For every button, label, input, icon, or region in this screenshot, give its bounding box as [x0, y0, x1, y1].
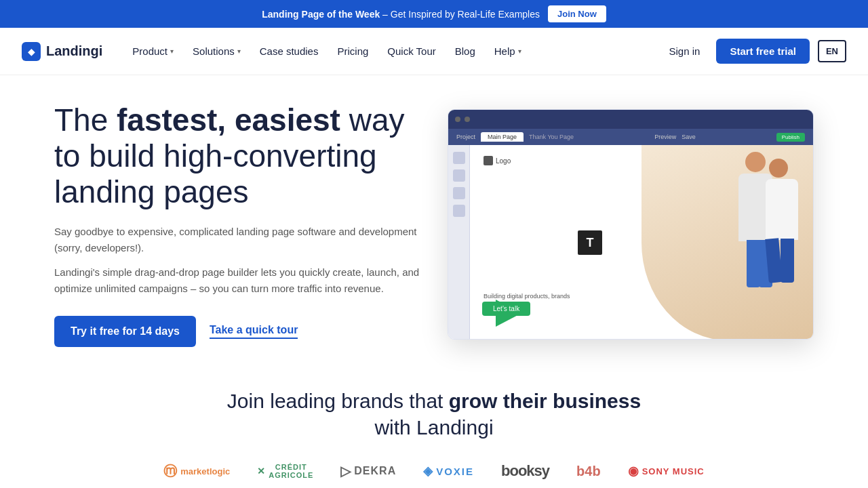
mockup-save-label: Save	[682, 134, 696, 140]
quick-tour-link[interactable]: Take a quick tour	[210, 324, 298, 339]
mockup-main-page-tab: Main Page	[481, 132, 524, 142]
banner-text: Landing Page of the Week – Get Inspired …	[262, 9, 540, 20]
brand-label: booksy	[501, 462, 549, 480]
start-trial-button[interactable]: Start free trial	[716, 39, 810, 64]
brand-label: SONY MUSIC	[642, 466, 705, 476]
nav-link-case-studies[interactable]: Case studies	[252, 40, 327, 62]
mockup-person1	[718, 152, 772, 287]
product-mockup: Project Main Page Thank You Page Preview…	[448, 109, 814, 340]
brands-title: Join leading brands that grow their busi…	[54, 388, 814, 441]
mockup-sidebar-icon	[453, 187, 465, 199]
hero-image: Project Main Page Thank You Page Preview…	[448, 109, 814, 340]
brand-label: marketlogic	[180, 466, 230, 476]
brand-sony-music: ◉ SONY MUSIC	[628, 464, 705, 479]
brand-b4b: b4b	[576, 464, 601, 479]
nav-link-product[interactable]: Product ▾	[124, 40, 182, 62]
brands-section: Join leading brands that grow their busi…	[0, 367, 868, 488]
brand-icon: ◈	[423, 464, 433, 479]
nav-link-solutions[interactable]: Solutions ▾	[184, 40, 249, 62]
chevron-down-icon: ▾	[237, 47, 241, 55]
brand-icon: ✕	[257, 466, 265, 476]
nav-link-quick-tour[interactable]: Quick Tour	[379, 40, 443, 62]
signin-link[interactable]: Sign in	[661, 40, 709, 62]
brand-icon: ▷	[340, 463, 351, 479]
mockup-logo-area: Logo	[484, 156, 511, 165]
chevron-down-icon: ▾	[170, 47, 174, 55]
mockup-sidebar-icon	[453, 152, 465, 164]
hero-section: The fastest, easiest way to build high-c…	[0, 75, 868, 367]
nav-right: Sign in Start free trial EN	[661, 39, 846, 64]
brand-booksy: booksy	[501, 462, 549, 480]
brand-label: CRÉDITAGRICOLE	[269, 463, 313, 479]
hero-content: The fastest, easiest way to build high-c…	[54, 102, 420, 347]
brand-voxie: ◈ VOXIE	[423, 464, 474, 479]
hero-title: The fastest, easiest way to build high-c…	[54, 102, 420, 210]
brand-label: b4b	[576, 464, 601, 479]
brand-icon: ◉	[628, 464, 639, 479]
mockup-project-label: Project	[456, 134, 475, 140]
mockup-person2	[766, 159, 806, 281]
hero-desc-2: Landingi's simple drag-and-drop page bui…	[54, 264, 420, 297]
brand-label: DEKRA	[354, 465, 396, 477]
mockup-cta-button: Let's talk	[482, 302, 530, 316]
language-selector[interactable]: EN	[818, 40, 846, 62]
nav-link-blog[interactable]: Blog	[447, 40, 484, 62]
try-free-button[interactable]: Try it free for 14 days	[54, 316, 196, 347]
mockup-sidebar-icon	[453, 169, 465, 182]
nav-links: Product ▾ Solutions ▾ Case studies Prici…	[124, 40, 660, 62]
mockup-preview-label: Preview	[654, 134, 676, 140]
brand-icon: ⓜ	[163, 462, 177, 481]
mockup-canvas: Logo T Building digital products, brands…	[470, 145, 813, 340]
mockup-dot	[465, 117, 470, 122]
hero-desc-1: Say goodbye to expensive, complicated la…	[54, 224, 420, 256]
brand-credit-agricole: ✕ CRÉDITAGRICOLE	[257, 463, 313, 479]
brands-row: ⓜ marketlogic ✕ CRÉDITAGRICOLE ▷ DEKRA ◈…	[54, 462, 814, 481]
mockup-body: Logo T Building digital products, brands…	[448, 145, 813, 340]
mockup-text-block: Building digital products, brands	[484, 293, 570, 300]
mockup-t-box: T	[578, 230, 602, 255]
chevron-down-icon: ▾	[518, 47, 521, 55]
mockup-publish-button: Publish	[776, 133, 805, 142]
mockup-topbar	[448, 110, 813, 129]
top-banner: Landing Page of the Week – Get Inspired …	[0, 0, 868, 28]
nav-link-help[interactable]: Help ▾	[486, 40, 530, 62]
mockup-dot	[455, 117, 460, 122]
nav-link-pricing[interactable]: Pricing	[329, 40, 376, 62]
brand-marketlogic: ⓜ marketlogic	[163, 462, 230, 481]
mockup-logo-sq	[484, 156, 493, 165]
logo-icon	[22, 42, 41, 61]
mockup-sidebar-icon	[453, 205, 465, 217]
hero-cta: Try it free for 14 days Take a quick tou…	[54, 316, 420, 347]
banner-cta-button[interactable]: Join Now	[548, 5, 606, 22]
navbar: Landingi Product ▾ Solutions ▾ Case stud…	[0, 28, 868, 75]
mockup-thank-page-tab: Thank You Page	[529, 134, 574, 140]
mockup-tabs: Project Main Page Thank You Page Preview…	[448, 129, 813, 145]
mockup-sidebar	[448, 145, 470, 340]
brand-label: VOXIE	[436, 466, 474, 477]
logo[interactable]: Landingi	[22, 42, 102, 61]
brand-dekra: ▷ DEKRA	[340, 463, 396, 479]
mockup-logo-label: Logo	[496, 157, 511, 165]
logo-text: Landingi	[46, 43, 102, 59]
